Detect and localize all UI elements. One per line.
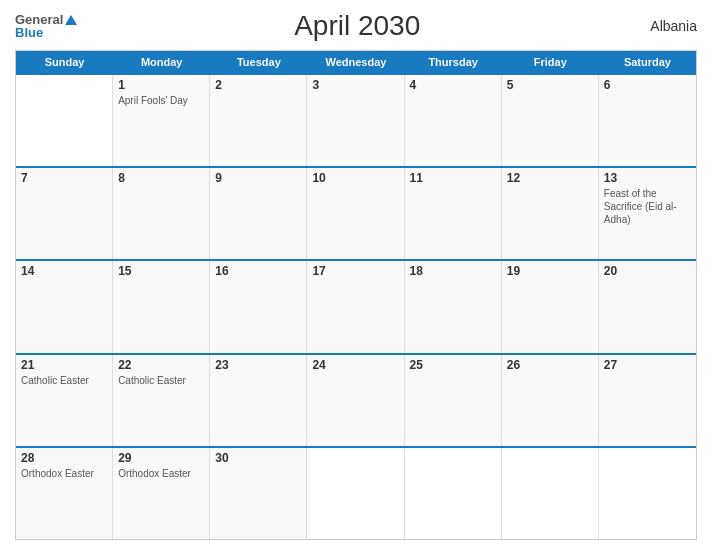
day-number: 20 — [604, 264, 691, 278]
day-number: 13 — [604, 171, 691, 185]
day-number: 5 — [507, 78, 593, 92]
logo: General Blue — [15, 13, 77, 39]
table-row: 16 — [210, 261, 307, 352]
holiday-label: April Fools' Day — [118, 94, 204, 107]
table-row: 23 — [210, 355, 307, 446]
calendar-title: April 2030 — [77, 10, 637, 42]
table-row — [405, 448, 502, 539]
calendar-body: 1April Fools' Day2345678910111213Feast o… — [16, 73, 696, 539]
table-row: 10 — [307, 168, 404, 259]
country-label: Albania — [637, 18, 697, 34]
table-row: 14 — [16, 261, 113, 352]
day-number: 8 — [118, 171, 204, 185]
day-number: 3 — [312, 78, 398, 92]
day-number: 11 — [410, 171, 496, 185]
table-row: 29Orthodox Easter — [113, 448, 210, 539]
day-number: 26 — [507, 358, 593, 372]
dow-sunday: Sunday — [16, 51, 113, 73]
day-number: 29 — [118, 451, 204, 465]
table-row: 24 — [307, 355, 404, 446]
dow-wednesday: Wednesday — [307, 51, 404, 73]
holiday-label: Orthodox Easter — [118, 467, 204, 480]
table-row: 28Orthodox Easter — [16, 448, 113, 539]
table-row: 8 — [113, 168, 210, 259]
day-number: 24 — [312, 358, 398, 372]
table-row: 7 — [16, 168, 113, 259]
day-number: 9 — [215, 171, 301, 185]
table-row — [307, 448, 404, 539]
calendar-header-row: Sunday Monday Tuesday Wednesday Thursday… — [16, 51, 696, 73]
day-number: 28 — [21, 451, 107, 465]
table-row: 13Feast of the Sacrifice (Eid al-Adha) — [599, 168, 696, 259]
table-row — [502, 448, 599, 539]
day-number: 22 — [118, 358, 204, 372]
holiday-label: Catholic Easter — [118, 374, 204, 387]
page: General Blue April 2030 Albania Sunday M… — [0, 0, 712, 550]
day-number: 25 — [410, 358, 496, 372]
table-row: 6 — [599, 75, 696, 166]
day-number: 2 — [215, 78, 301, 92]
table-row: 21Catholic Easter — [16, 355, 113, 446]
day-number: 19 — [507, 264, 593, 278]
holiday-label: Catholic Easter — [21, 374, 107, 387]
logo-triangle-icon — [65, 15, 77, 25]
header: General Blue April 2030 Albania — [15, 10, 697, 42]
day-number: 30 — [215, 451, 301, 465]
day-number: 21 — [21, 358, 107, 372]
calendar-week-2: 78910111213Feast of the Sacrifice (Eid a… — [16, 166, 696, 259]
calendar-week-5: 28Orthodox Easter29Orthodox Easter30 — [16, 446, 696, 539]
table-row: 19 — [502, 261, 599, 352]
logo-blue-text: Blue — [15, 26, 77, 39]
table-row — [16, 75, 113, 166]
day-number: 18 — [410, 264, 496, 278]
day-number: 23 — [215, 358, 301, 372]
table-row: 15 — [113, 261, 210, 352]
calendar: Sunday Monday Tuesday Wednesday Thursday… — [15, 50, 697, 540]
dow-friday: Friday — [502, 51, 599, 73]
day-number: 14 — [21, 264, 107, 278]
dow-tuesday: Tuesday — [210, 51, 307, 73]
day-number: 27 — [604, 358, 691, 372]
table-row: 9 — [210, 168, 307, 259]
day-number: 7 — [21, 171, 107, 185]
table-row: 2 — [210, 75, 307, 166]
day-number: 6 — [604, 78, 691, 92]
table-row: 26 — [502, 355, 599, 446]
table-row — [599, 448, 696, 539]
calendar-week-4: 21Catholic Easter22Catholic Easter232425… — [16, 353, 696, 446]
table-row: 27 — [599, 355, 696, 446]
day-number: 10 — [312, 171, 398, 185]
table-row: 18 — [405, 261, 502, 352]
table-row: 30 — [210, 448, 307, 539]
table-row: 5 — [502, 75, 599, 166]
day-number: 4 — [410, 78, 496, 92]
table-row: 11 — [405, 168, 502, 259]
dow-monday: Monday — [113, 51, 210, 73]
table-row: 17 — [307, 261, 404, 352]
holiday-label: Orthodox Easter — [21, 467, 107, 480]
holiday-label: Feast of the Sacrifice (Eid al-Adha) — [604, 187, 691, 226]
dow-saturday: Saturday — [599, 51, 696, 73]
day-number: 17 — [312, 264, 398, 278]
calendar-week-3: 14151617181920 — [16, 259, 696, 352]
day-number: 16 — [215, 264, 301, 278]
table-row: 22Catholic Easter — [113, 355, 210, 446]
day-number: 12 — [507, 171, 593, 185]
dow-thursday: Thursday — [405, 51, 502, 73]
table-row: 1April Fools' Day — [113, 75, 210, 166]
table-row: 3 — [307, 75, 404, 166]
table-row: 4 — [405, 75, 502, 166]
table-row: 12 — [502, 168, 599, 259]
table-row: 20 — [599, 261, 696, 352]
table-row: 25 — [405, 355, 502, 446]
day-number: 15 — [118, 264, 204, 278]
calendar-week-1: 1April Fools' Day23456 — [16, 73, 696, 166]
day-number: 1 — [118, 78, 204, 92]
